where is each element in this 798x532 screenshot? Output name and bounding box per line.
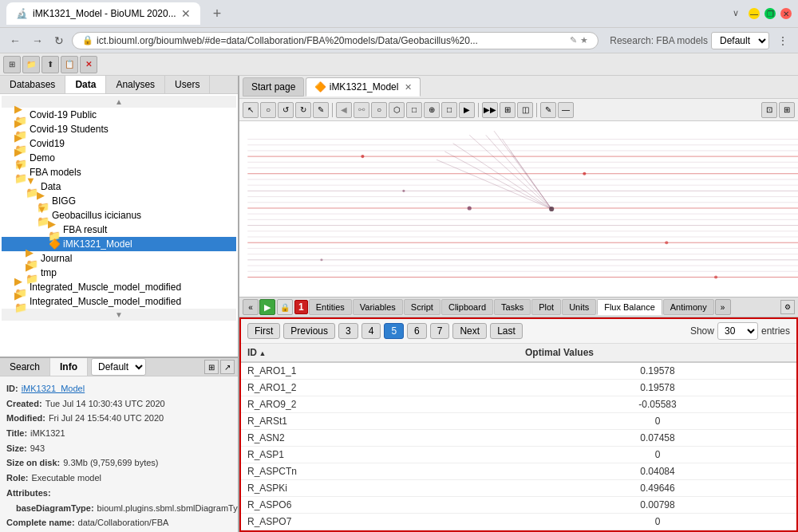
cell-value: 0.19578	[519, 362, 796, 380]
tab-variables[interactable]: Variables	[353, 299, 403, 315]
close-btn[interactable]: ✕	[780, 8, 792, 19]
reload-btn[interactable]: ↻	[51, 33, 67, 49]
url-field[interactable]: 🔒 ict.biouml.org/bioumlweb/#de=data/Coll…	[72, 32, 598, 49]
tree-item-integrated2[interactable]: ▶ 📁 Integrated_Muscle_model_modified	[2, 294, 236, 309]
tree-item-covid-students[interactable]: ▶ 📁 Covid-19 Students	[2, 122, 236, 136]
app-icon-1[interactable]: ⊞	[3, 56, 21, 73]
cell-value: 0	[519, 514, 796, 530]
btn-page-4[interactable]: 4	[361, 323, 381, 339]
bottom-icon-2[interactable]: ↗	[220, 360, 235, 374]
new-tab-btn[interactable]: +	[207, 6, 228, 22]
analysis-tabs-left-arrow[interactable]: «	[243, 299, 259, 315]
tree-label: Covid-19 Students	[30, 124, 109, 135]
tree-item-demo[interactable]: ▶ 📁 Demo	[2, 151, 236, 165]
tab-antimony[interactable]: Antimony	[663, 299, 714, 315]
table-row: R_ARO1_2 0.19578	[241, 380, 796, 396]
app-icon-4[interactable]: 📋	[61, 56, 78, 73]
network-svg: .net-line { stroke: #c0a0b0; stroke-widt…	[239, 121, 798, 297]
tab-plot[interactable]: Plot	[531, 299, 561, 315]
tree-scroll-down[interactable]: ▼	[2, 309, 236, 321]
btn-page-7[interactable]: 7	[430, 323, 450, 339]
diag-icon-5[interactable]: ✎	[313, 102, 329, 118]
research-select[interactable]: Default	[711, 32, 769, 49]
app-icon-3[interactable]: ⬆	[41, 56, 59, 73]
btn-previous[interactable]: Previous	[283, 323, 335, 339]
info-key-title: Title:	[6, 426, 27, 441]
tab-imk1321[interactable]: 🔶 iMK1321_Model ✕	[306, 77, 420, 97]
tab-close-btn[interactable]: ✕	[181, 7, 191, 20]
diag-select-icon[interactable]: ↖	[243, 102, 259, 118]
bottom-icon-1[interactable]: ⊞	[204, 360, 219, 374]
diag-expand-icon[interactable]: ⊞	[779, 102, 795, 118]
diag-icon-12[interactable]: □	[441, 102, 457, 118]
entries-label: entries	[761, 325, 790, 337]
cell-value: 0	[519, 413, 796, 430]
diag-icon-9[interactable]: ⬡	[389, 102, 405, 118]
diag-settings-icon[interactable]: ⊡	[761, 102, 777, 118]
tree-item-covid19[interactable]: ▶ 📁 Covid19	[2, 136, 236, 151]
diag-icon-10[interactable]: □	[406, 102, 422, 118]
diag-icon-18[interactable]: —	[558, 102, 574, 118]
diag-icon-6[interactable]: ◀	[336, 102, 352, 118]
diag-undo-icon[interactable]: ↺	[278, 102, 294, 118]
btn-first[interactable]: First	[247, 323, 280, 339]
diag-icon-13[interactable]: ▶	[459, 102, 475, 118]
analysis-tabs-right-arrow[interactable]: »	[715, 299, 731, 315]
minimize-btn[interactable]: —	[749, 8, 760, 19]
main-container: Databases Data Analyses Users ▲ ▶ 📁 Covi…	[0, 76, 798, 532]
folder-icon: ▶ 📁	[26, 266, 38, 279]
btn-last[interactable]: Last	[490, 323, 523, 339]
btn-next[interactable]: Next	[452, 323, 487, 339]
tree-item-tmp[interactable]: ▶ 📁 tmp	[2, 266, 236, 280]
forward-btn[interactable]: →	[29, 33, 46, 49]
tab-users[interactable]: Users	[165, 76, 210, 93]
diag-redo-icon[interactable]: ↻	[295, 102, 311, 118]
tab-close-imk1321[interactable]: ✕	[405, 82, 412, 92]
diag-icon-16[interactable]: ◫	[517, 102, 533, 118]
analysis-settings-icon[interactable]: ⚙	[780, 300, 795, 314]
col-header-optimal[interactable]: Optimal Values	[519, 344, 796, 362]
tree-item-integrated1[interactable]: ▶ 📁 Integrated_Muscle_model_modified	[2, 280, 236, 294]
entries-select[interactable]: 10 25 30 50 100	[717, 322, 758, 340]
tree-item-covid-public[interactable]: ▶ 📁 Covid-19 Public	[2, 108, 236, 122]
tree-label: Integrated_Muscle_model_modified	[30, 282, 181, 293]
btn-page-3[interactable]: 3	[338, 323, 358, 339]
tab-flux-balance[interactable]: Flux Balance	[597, 299, 662, 315]
browser-tab-active[interactable]: 🔬 iMK1321_Model - BioUML 2020... ✕	[6, 2, 200, 25]
tab-script[interactable]: Script	[404, 299, 440, 315]
analysis-lock-btn[interactable]: 🔒	[277, 299, 293, 315]
diag-icon-17[interactable]: ✎	[540, 102, 556, 118]
tab-tasks[interactable]: Tasks	[494, 299, 531, 315]
tree-scroll-up[interactable]: ▲	[2, 96, 236, 108]
info-val-id[interactable]: iMK1321_Model	[22, 381, 85, 396]
col-header-id[interactable]: ID	[241, 344, 519, 362]
favicon: 🔬	[16, 8, 28, 19]
diag-icon-7[interactable]: ⚯	[354, 102, 369, 118]
back-btn[interactable]: ←	[6, 33, 24, 49]
info-content: ID: iMK1321_Model Created: Tue Jul 14 10…	[0, 376, 238, 532]
cell-id: R_ARSt1	[241, 413, 519, 430]
diag-icon-15[interactable]: ⊞	[500, 102, 516, 118]
tab-units[interactable]: Units	[562, 299, 596, 315]
analysis-run-btn[interactable]: ▶	[259, 299, 275, 315]
app-icon-2[interactable]: 📁	[22, 56, 40, 73]
tab-entities[interactable]: Entities	[309, 299, 352, 315]
tab-start-page[interactable]: Start page	[243, 77, 304, 97]
tab-clipboard[interactable]: Clipboard	[441, 299, 493, 315]
tab-data[interactable]: Data	[65, 76, 106, 93]
diag-icon-2[interactable]: ○	[260, 102, 276, 118]
app-icon-5[interactable]: ✕	[80, 56, 97, 73]
tab-databases[interactable]: Databases	[0, 76, 65, 93]
settings-btn[interactable]: ⋮	[774, 33, 792, 49]
btn-page-5[interactable]: 5	[384, 323, 404, 339]
btn-page-6[interactable]: 6	[407, 323, 427, 339]
diag-icon-8[interactable]: ○	[371, 102, 387, 118]
diag-icon-14[interactable]: ▶▶	[482, 102, 498, 118]
tab-info[interactable]: Info	[50, 358, 88, 376]
tab-search[interactable]: Search	[0, 358, 50, 376]
tab-analyses[interactable]: Analyses	[106, 76, 165, 93]
diag-icon-11[interactable]: ⊕	[424, 102, 440, 118]
maximize-btn[interactable]: ❐	[764, 8, 776, 19]
tree-item-geobacillus[interactable]: ▼ 📁 Geobacillus icicianus	[2, 208, 236, 223]
default-select[interactable]: Default	[91, 358, 146, 376]
